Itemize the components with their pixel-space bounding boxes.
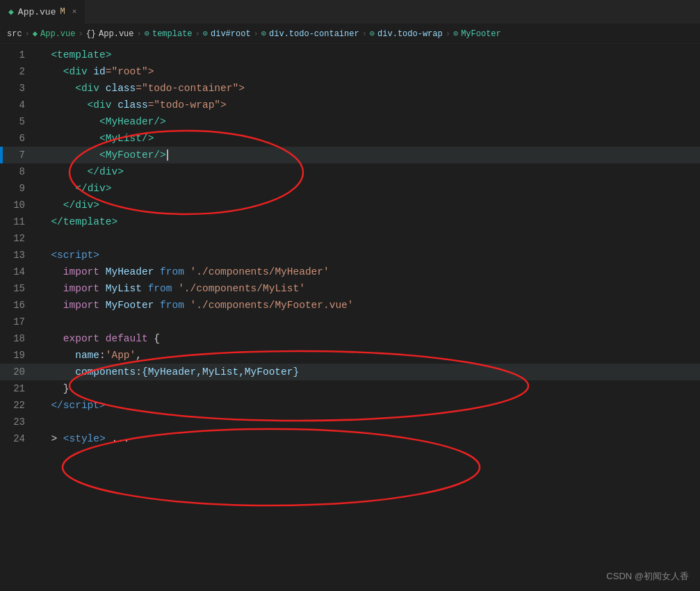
code-line-17: 17 bbox=[0, 314, 700, 330]
line-number-1: 1 bbox=[0, 47, 36, 63]
line-number-12: 12 bbox=[0, 230, 36, 247]
line-number-5: 5 bbox=[0, 113, 36, 130]
line-number-16: 16 bbox=[0, 297, 36, 314]
breadcrumb: src › ◆ App.vue › {} App.vue › ⊙ templat… bbox=[0, 24, 700, 44]
code-line-22: 22 </script> bbox=[0, 397, 700, 414]
code-line-4: 4 <div class="todo-wrap"> bbox=[0, 97, 700, 113]
line-content-5: <MyHeader/> bbox=[36, 113, 700, 130]
code-editor[interactable]: 1 <template>2 <div id="root">3 <div clas… bbox=[0, 44, 700, 450]
cursor bbox=[167, 149, 168, 161]
line-number-8: 8 bbox=[0, 163, 36, 180]
bc-appvue: App.vue bbox=[40, 29, 75, 39]
bc-myfooter-icon: ⊙ bbox=[453, 29, 458, 39]
line-number-17: 17 bbox=[0, 314, 36, 330]
line-number-23: 23 bbox=[0, 414, 36, 430]
vue-file-icon: ◆ bbox=[8, 6, 14, 17]
line-number-2: 2 bbox=[0, 63, 36, 80]
code-line-15: 15 import MyList from './components/MyLi… bbox=[0, 280, 700, 297]
code-line-23: 23 bbox=[0, 414, 700, 430]
line-content-16: import MyFooter from './components/MyFoo… bbox=[36, 297, 700, 314]
bc-todo-container: div.todo-container bbox=[269, 29, 359, 39]
line-number-18: 18 bbox=[0, 330, 36, 347]
line-content-19: name:'App', bbox=[36, 347, 700, 364]
code-line-5: 5 <MyHeader/> bbox=[0, 113, 700, 130]
code-line-7: 7 <MyFooter/> bbox=[0, 147, 700, 163]
line-number-15: 15 bbox=[0, 280, 36, 297]
line-number-11: 11 bbox=[0, 213, 36, 230]
line-number-3: 3 bbox=[0, 80, 36, 97]
line-number-6: 6 bbox=[0, 130, 36, 147]
bc-vue-icon: ◆ bbox=[33, 29, 38, 39]
line-number-24: 24 bbox=[0, 430, 36, 447]
line-number-14: 14 bbox=[0, 264, 36, 280]
bc-template: template bbox=[152, 29, 193, 39]
bc-src: src bbox=[7, 29, 22, 39]
line-number-21: 21 bbox=[0, 380, 36, 397]
bc-divroot-icon: ⊙ bbox=[203, 29, 208, 39]
line-content-4: <div class="todo-wrap"> bbox=[36, 97, 700, 113]
code-line-19: 19 name:'App', bbox=[0, 347, 700, 364]
line-number-22: 22 bbox=[0, 397, 36, 414]
line-content-14: import MyHeader from './components/MyHea… bbox=[36, 264, 700, 280]
code-line-18: 18 export default { bbox=[0, 330, 700, 347]
line-number-4: 4 bbox=[0, 97, 36, 113]
code-line-24: 24 > <style> ... bbox=[0, 430, 700, 447]
line-content-11: </template> bbox=[36, 213, 700, 230]
line-content-2: <div id="root"> bbox=[36, 63, 700, 80]
code-line-11: 11 </template> bbox=[0, 213, 700, 230]
bc-todo-wrap-icon: ⊙ bbox=[370, 29, 375, 39]
line-number-19: 19 bbox=[0, 347, 36, 364]
line-number-7: 7 bbox=[0, 147, 36, 163]
bc-divroot: div#root bbox=[211, 29, 251, 39]
line-content-21: } bbox=[36, 380, 700, 397]
tab-close-icon[interactable]: × bbox=[72, 8, 77, 16]
line-content-1: <template> bbox=[36, 47, 700, 63]
bc-appvue2: App.vue bbox=[99, 29, 133, 39]
line-number-10: 10 bbox=[0, 197, 36, 213]
code-line-13: 13 <script> bbox=[0, 247, 700, 264]
tab-modified: M bbox=[60, 7, 65, 17]
line-content-20: components:{MyHeader,MyList,MyFooter} bbox=[36, 364, 700, 380]
line-content-15: import MyList from './components/MyList' bbox=[36, 280, 700, 297]
code-line-21: 21 } bbox=[0, 380, 700, 397]
line-content-24: > <style> ... bbox=[36, 430, 700, 447]
tab-bar: ◆ App.vue M × bbox=[0, 0, 700, 24]
line-content-10: </div> bbox=[36, 197, 700, 213]
code-line-9: 9 </div> bbox=[0, 180, 700, 197]
line-number-20: 20 bbox=[0, 364, 36, 380]
code-line-2: 2 <div id="root"> bbox=[0, 63, 700, 80]
code-line-14: 14 import MyHeader from './components/My… bbox=[0, 264, 700, 280]
code-line-8: 8 </div> bbox=[0, 163, 700, 180]
bc-template-icon: ⊙ bbox=[145, 29, 149, 39]
line-content-8: </div> bbox=[36, 163, 700, 180]
code-line-6: 6 <MyList/> bbox=[0, 130, 700, 147]
bc-todo-container-icon: ⊙ bbox=[261, 29, 266, 39]
line-content-13: <script> bbox=[36, 247, 700, 264]
bc-todo-wrap: div.todo-wrap bbox=[377, 29, 443, 39]
code-line-16: 16 import MyFooter from './components/My… bbox=[0, 297, 700, 314]
bc-myfooter: MyFooter bbox=[461, 29, 501, 39]
line-content-22: </script> bbox=[36, 397, 700, 414]
watermark: CSDN @初闻女人香 bbox=[606, 570, 689, 583]
code-line-12: 12 bbox=[0, 230, 700, 247]
bc-braces-icon: {} bbox=[86, 29, 96, 39]
tab-filename: App.vue bbox=[18, 7, 56, 17]
line-content-3: <div class="todo-container"> bbox=[36, 80, 700, 97]
line-content-9: </div> bbox=[36, 180, 700, 197]
code-line-1: 1 <template> bbox=[0, 47, 700, 63]
line-content-6: <MyList/> bbox=[36, 130, 700, 147]
line-number-9: 9 bbox=[0, 180, 36, 197]
tab-app-vue[interactable]: ◆ App.vue M × bbox=[0, 0, 86, 24]
code-line-10: 10 </div> bbox=[0, 197, 700, 213]
code-line-3: 3 <div class="todo-container"> bbox=[0, 80, 700, 97]
line-content-7: <MyFooter/> bbox=[36, 147, 700, 163]
line-content-18: export default { bbox=[36, 330, 700, 347]
code-line-20: 20 components:{MyHeader,MyList,MyFooter} bbox=[0, 364, 700, 380]
line-number-13: 13 bbox=[0, 247, 36, 264]
